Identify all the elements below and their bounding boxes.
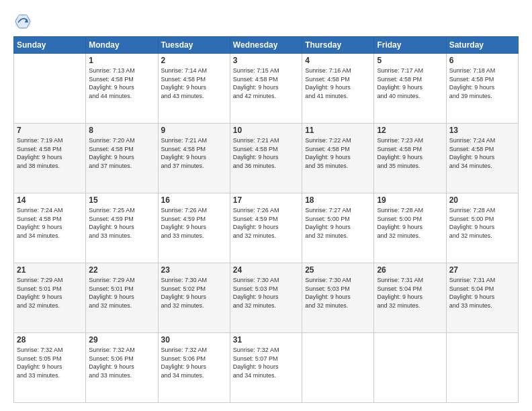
calendar-cell: 15Sunrise: 7:25 AM Sunset: 4:59 PM Dayli… (86, 193, 158, 263)
calendar-cell: 4Sunrise: 7:16 AM Sunset: 4:58 PM Daylig… (302, 54, 374, 124)
calendar-cell: 24Sunrise: 7:30 AM Sunset: 5:03 PM Dayli… (230, 263, 302, 333)
day-info: Sunrise: 7:29 AM Sunset: 5:01 PM Dayligh… (17, 276, 83, 310)
calendar-cell: 8Sunrise: 7:20 AM Sunset: 4:58 PM Daylig… (86, 124, 158, 193)
calendar-cell: 16Sunrise: 7:26 AM Sunset: 4:59 PM Dayli… (158, 193, 230, 263)
day-info: Sunrise: 7:19 AM Sunset: 4:58 PM Dayligh… (17, 136, 83, 170)
calendar-cell: 31Sunrise: 7:32 AM Sunset: 5:07 PM Dayli… (230, 333, 302, 403)
day-info: Sunrise: 7:26 AM Sunset: 4:59 PM Dayligh… (233, 206, 299, 240)
calendar-cell: 30Sunrise: 7:32 AM Sunset: 5:06 PM Dayli… (158, 333, 230, 403)
day-number: 15 (89, 195, 154, 205)
calendar-cell (374, 333, 446, 403)
day-info: Sunrise: 7:32 AM Sunset: 5:06 PM Dayligh… (89, 346, 154, 379)
day-info: Sunrise: 7:31 AM Sunset: 5:04 PM Dayligh… (377, 276, 443, 310)
day-number: 11 (305, 126, 371, 135)
calendar-cell: 29Sunrise: 7:32 AM Sunset: 5:06 PM Dayli… (86, 333, 158, 403)
day-info: Sunrise: 7:32 AM Sunset: 5:06 PM Dayligh… (161, 346, 227, 379)
calendar-cell: 14Sunrise: 7:24 AM Sunset: 4:58 PM Dayli… (14, 193, 86, 263)
calendar-cell: 26Sunrise: 7:31 AM Sunset: 5:04 PM Dayli… (374, 263, 446, 333)
calendar-cell (14, 54, 86, 124)
day-number: 3 (233, 56, 299, 65)
calendar-cell: 2Sunrise: 7:14 AM Sunset: 4:58 PM Daylig… (158, 54, 230, 124)
calendar-cell: 13Sunrise: 7:24 AM Sunset: 4:58 PM Dayli… (446, 124, 518, 193)
calendar-cell: 6Sunrise: 7:18 AM Sunset: 4:58 PM Daylig… (446, 54, 518, 124)
calendar-cell: 9Sunrise: 7:21 AM Sunset: 4:58 PM Daylig… (158, 124, 230, 193)
weekday-wednesday: Wednesday (230, 37, 302, 54)
weekday-thursday: Thursday (302, 37, 374, 54)
calendar-week-5: 28Sunrise: 7:32 AM Sunset: 5:05 PM Dayli… (14, 333, 519, 403)
day-number: 19 (377, 195, 443, 205)
day-number: 30 (161, 335, 227, 345)
day-number: 31 (233, 335, 299, 345)
calendar-cell: 20Sunrise: 7:28 AM Sunset: 5:00 PM Dayli… (446, 193, 518, 263)
day-number: 26 (377, 265, 443, 275)
header (13, 12, 519, 31)
day-info: Sunrise: 7:21 AM Sunset: 4:58 PM Dayligh… (161, 136, 227, 170)
day-number: 13 (449, 126, 515, 135)
day-number: 29 (89, 335, 154, 345)
calendar-week-1: 1Sunrise: 7:13 AM Sunset: 4:58 PM Daylig… (14, 54, 519, 124)
day-number: 25 (305, 265, 371, 275)
day-number: 2 (161, 56, 227, 65)
calendar-cell (446, 333, 518, 403)
day-number: 7 (17, 126, 83, 135)
calendar-cell: 27Sunrise: 7:31 AM Sunset: 5:04 PM Dayli… (446, 263, 518, 333)
day-number: 9 (161, 126, 227, 135)
page: SundayMondayTuesdayWednesdayThursdayFrid… (0, 0, 532, 411)
calendar-cell (302, 333, 374, 403)
day-info: Sunrise: 7:14 AM Sunset: 4:58 PM Dayligh… (161, 66, 227, 100)
calendar-cell: 19Sunrise: 7:28 AM Sunset: 5:00 PM Dayli… (374, 193, 446, 263)
day-info: Sunrise: 7:26 AM Sunset: 4:59 PM Dayligh… (161, 206, 227, 240)
day-info: Sunrise: 7:32 AM Sunset: 5:07 PM Dayligh… (233, 346, 299, 379)
day-info: Sunrise: 7:21 AM Sunset: 4:58 PM Dayligh… (233, 136, 299, 170)
day-number: 22 (89, 265, 154, 275)
day-number: 27 (449, 265, 515, 275)
day-number: 16 (161, 195, 227, 205)
day-info: Sunrise: 7:32 AM Sunset: 5:05 PM Dayligh… (17, 346, 83, 379)
day-info: Sunrise: 7:23 AM Sunset: 4:58 PM Dayligh… (377, 136, 443, 170)
day-number: 5 (377, 56, 443, 65)
weekday-header-row: SundayMondayTuesdayWednesdayThursdayFrid… (14, 37, 519, 54)
calendar-cell: 25Sunrise: 7:30 AM Sunset: 5:03 PM Dayli… (302, 263, 374, 333)
day-number: 28 (17, 335, 83, 345)
calendar-cell: 3Sunrise: 7:15 AM Sunset: 4:58 PM Daylig… (230, 54, 302, 124)
calendar-cell: 12Sunrise: 7:23 AM Sunset: 4:58 PM Dayli… (374, 124, 446, 193)
day-number: 6 (449, 56, 515, 65)
day-info: Sunrise: 7:30 AM Sunset: 5:03 PM Dayligh… (305, 276, 371, 310)
day-info: Sunrise: 7:22 AM Sunset: 4:58 PM Dayligh… (305, 136, 371, 170)
calendar-week-2: 7Sunrise: 7:19 AM Sunset: 4:58 PM Daylig… (14, 124, 519, 193)
day-number: 21 (17, 265, 83, 275)
logo-icon (13, 12, 32, 31)
day-number: 14 (17, 195, 83, 205)
day-info: Sunrise: 7:25 AM Sunset: 4:59 PM Dayligh… (89, 206, 154, 240)
calendar-cell: 28Sunrise: 7:32 AM Sunset: 5:05 PM Dayli… (14, 333, 86, 403)
day-info: Sunrise: 7:17 AM Sunset: 4:58 PM Dayligh… (377, 66, 443, 100)
day-info: Sunrise: 7:18 AM Sunset: 4:58 PM Dayligh… (449, 66, 515, 100)
calendar-cell: 10Sunrise: 7:21 AM Sunset: 4:58 PM Dayli… (230, 124, 302, 193)
day-info: Sunrise: 7:13 AM Sunset: 4:58 PM Dayligh… (89, 66, 154, 100)
weekday-saturday: Saturday (446, 37, 518, 54)
day-number: 23 (161, 265, 227, 275)
weekday-sunday: Sunday (14, 37, 86, 54)
day-info: Sunrise: 7:29 AM Sunset: 5:01 PM Dayligh… (89, 276, 154, 310)
logo (13, 12, 35, 31)
calendar-cell: 23Sunrise: 7:30 AM Sunset: 5:02 PM Dayli… (158, 263, 230, 333)
svg-marker-0 (15, 14, 30, 29)
weekday-monday: Monday (86, 37, 158, 54)
calendar-cell: 21Sunrise: 7:29 AM Sunset: 5:01 PM Dayli… (14, 263, 86, 333)
day-number: 17 (233, 195, 299, 205)
weekday-tuesday: Tuesday (158, 37, 230, 54)
day-info: Sunrise: 7:31 AM Sunset: 5:04 PM Dayligh… (449, 276, 515, 310)
day-number: 12 (377, 126, 443, 135)
calendar-cell: 5Sunrise: 7:17 AM Sunset: 4:58 PM Daylig… (374, 54, 446, 124)
day-number: 24 (233, 265, 299, 275)
calendar-cell: 7Sunrise: 7:19 AM Sunset: 4:58 PM Daylig… (14, 124, 86, 193)
calendar-cell: 1Sunrise: 7:13 AM Sunset: 4:58 PM Daylig… (86, 54, 158, 124)
day-number: 1 (89, 56, 154, 65)
day-number: 20 (449, 195, 515, 205)
day-number: 10 (233, 126, 299, 135)
day-info: Sunrise: 7:24 AM Sunset: 4:58 PM Dayligh… (449, 136, 515, 170)
day-info: Sunrise: 7:20 AM Sunset: 4:58 PM Dayligh… (89, 136, 154, 170)
calendar-week-3: 14Sunrise: 7:24 AM Sunset: 4:58 PM Dayli… (14, 193, 519, 263)
weekday-friday: Friday (374, 37, 446, 54)
day-number: 18 (305, 195, 371, 205)
